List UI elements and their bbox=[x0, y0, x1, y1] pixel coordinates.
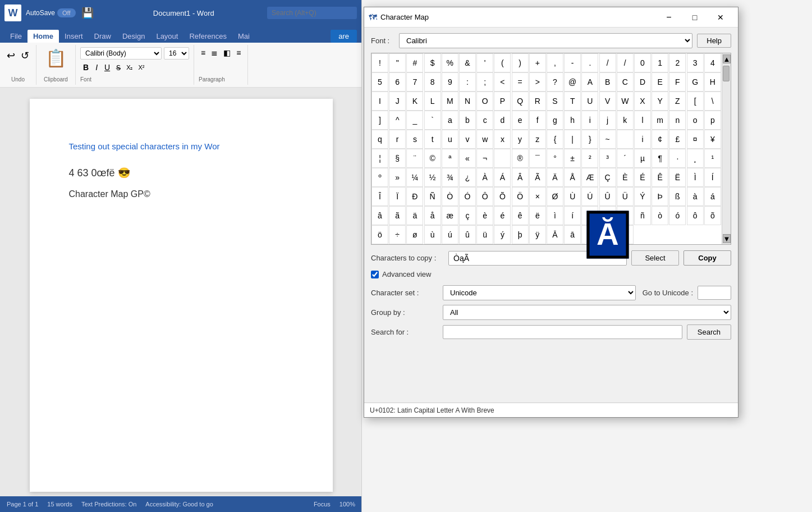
char-cell[interactable]: ³ bbox=[599, 149, 616, 168]
char-cell[interactable]: [ bbox=[687, 92, 704, 111]
char-cell[interactable]: Ì bbox=[687, 168, 704, 187]
char-cell[interactable]: í bbox=[564, 206, 581, 225]
char-cell[interactable]: H bbox=[704, 72, 721, 92]
char-cell[interactable]: · bbox=[669, 149, 686, 168]
char-cell[interactable]: Ô bbox=[476, 187, 493, 206]
search-button[interactable]: Search bbox=[687, 324, 731, 340]
tab-layout[interactable]: Layout bbox=[150, 30, 183, 43]
char-cell[interactable]: Y bbox=[652, 92, 668, 111]
char-cell[interactable]: m bbox=[652, 111, 668, 130]
copy-button[interactable]: Copy bbox=[683, 250, 731, 266]
char-cell[interactable]: ª bbox=[442, 149, 458, 168]
char-cell[interactable]: ô bbox=[687, 206, 704, 225]
char-cell[interactable]: ì bbox=[547, 206, 563, 225]
group-by-select[interactable]: All bbox=[443, 305, 731, 320]
char-cell[interactable]: µ bbox=[634, 149, 651, 168]
char-cell[interactable]: ñ bbox=[634, 206, 651, 225]
underline-button[interactable]: U bbox=[102, 62, 113, 73]
undo-button[interactable]: ↩ bbox=[4, 47, 17, 64]
char-cell[interactable]: E bbox=[652, 72, 668, 92]
autosave-toggle[interactable]: Off bbox=[57, 8, 75, 17]
char-cell[interactable]: Æ bbox=[581, 168, 598, 187]
font-size-select[interactable]: 16 bbox=[164, 47, 189, 60]
align-left[interactable]: ◧ bbox=[221, 47, 233, 58]
char-cell[interactable]: v bbox=[459, 130, 476, 149]
char-cell[interactable]: ­ bbox=[494, 149, 511, 168]
char-cell[interactable]: © bbox=[424, 149, 441, 168]
char-cell[interactable]: ½ bbox=[424, 168, 441, 187]
char-cell[interactable]: Q bbox=[512, 92, 529, 111]
char-cell[interactable]: Å bbox=[564, 168, 581, 187]
char-cell[interactable]: I bbox=[371, 92, 388, 111]
char-cell[interactable]: X bbox=[634, 92, 651, 111]
char-cell[interactable]: é bbox=[494, 206, 511, 225]
char-cell[interactable]: ¯ bbox=[529, 149, 546, 168]
dialog-close-button[interactable]: ✕ bbox=[708, 8, 733, 26]
bullets-button[interactable]: ≡ bbox=[199, 47, 208, 58]
char-cell[interactable]: s bbox=[406, 130, 423, 149]
char-cell[interactable]: D bbox=[634, 72, 651, 92]
redo-button[interactable]: ↺ bbox=[19, 47, 31, 64]
char-cell[interactable]: f bbox=[529, 111, 546, 130]
char-cell[interactable]: Ö bbox=[512, 187, 529, 206]
focus-button[interactable]: Focus bbox=[314, 501, 331, 508]
char-cell[interactable]: á bbox=[704, 187, 721, 206]
char-cell[interactable]: c bbox=[476, 111, 493, 130]
char-cell[interactable]: n bbox=[669, 111, 686, 130]
scrollbar-thumb[interactable] bbox=[723, 66, 730, 81]
goto-unicode-input[interactable] bbox=[698, 286, 731, 300]
char-cell[interactable]: L bbox=[424, 92, 441, 111]
char-cell[interactable]: Ü bbox=[617, 187, 634, 206]
char-cell[interactable]: Â bbox=[512, 168, 529, 187]
superscript-button[interactable]: X² bbox=[136, 63, 146, 72]
char-cell[interactable]: Ă bbox=[586, 211, 629, 259]
char-cell[interactable]: t bbox=[424, 130, 441, 149]
char-cell[interactable]: \ bbox=[704, 92, 721, 111]
char-cell[interactable]: Ã bbox=[529, 168, 546, 187]
char-cell[interactable]: ÿ bbox=[529, 225, 546, 244]
char-cell[interactable]: U bbox=[581, 92, 598, 111]
char-cell[interactable]: ° bbox=[547, 149, 563, 168]
char-cell[interactable]: Ù bbox=[564, 187, 581, 206]
char-cell[interactable]: Õ bbox=[494, 187, 511, 206]
char-cell[interactable]: & bbox=[459, 53, 476, 72]
char-cell[interactable]: { bbox=[547, 130, 563, 149]
char-cell[interactable]: 6 bbox=[389, 72, 406, 92]
char-cell[interactable]: ; bbox=[476, 72, 493, 92]
char-cell[interactable]: ² bbox=[581, 149, 598, 168]
char-cell[interactable]: ¤ bbox=[687, 130, 704, 149]
char-cell[interactable]: e bbox=[512, 111, 529, 130]
char-cell[interactable]: Ú bbox=[581, 187, 598, 206]
char-cell[interactable]: § bbox=[389, 149, 406, 168]
char-cell[interactable]: x bbox=[494, 130, 511, 149]
char-cell[interactable]: V bbox=[599, 92, 616, 111]
char-cell[interactable]: ß bbox=[669, 187, 686, 206]
char-cell[interactable]: 8 bbox=[424, 72, 441, 92]
char-cell[interactable]: ¢ bbox=[652, 130, 668, 149]
char-cell[interactable]: É bbox=[634, 168, 651, 187]
char-cell[interactable]: Z bbox=[669, 92, 686, 111]
char-cell[interactable]: i bbox=[634, 130, 651, 149]
char-cell[interactable]: " bbox=[389, 53, 406, 72]
char-cell[interactable]: r bbox=[389, 130, 406, 149]
char-cell[interactable]: 9 bbox=[442, 72, 458, 92]
char-cell[interactable]: Ø bbox=[547, 187, 563, 206]
char-cell[interactable]: è bbox=[476, 206, 493, 225]
char-cell[interactable]: u bbox=[442, 130, 458, 149]
char-cell[interactable]: Ā bbox=[547, 225, 563, 244]
char-cell[interactable]: ® bbox=[512, 149, 529, 168]
char-cell[interactable]: È bbox=[617, 168, 634, 187]
share-button[interactable]: are bbox=[331, 30, 357, 43]
char-cell[interactable]: » bbox=[389, 168, 406, 187]
char-cell[interactable]: _ bbox=[406, 111, 423, 130]
search-for-input[interactable] bbox=[443, 325, 682, 339]
char-cell[interactable]: ´ bbox=[617, 149, 634, 168]
char-cell[interactable]: å bbox=[424, 206, 441, 225]
char-cell[interactable]: T bbox=[564, 92, 581, 111]
char-cell[interactable]: 1 bbox=[652, 53, 668, 72]
char-cell[interactable]: b bbox=[459, 111, 476, 130]
char-cell[interactable]: ê bbox=[512, 206, 529, 225]
char-cell[interactable]: P bbox=[494, 92, 511, 111]
char-cell[interactable]: > bbox=[529, 72, 546, 92]
char-cell[interactable]: : bbox=[459, 72, 476, 92]
